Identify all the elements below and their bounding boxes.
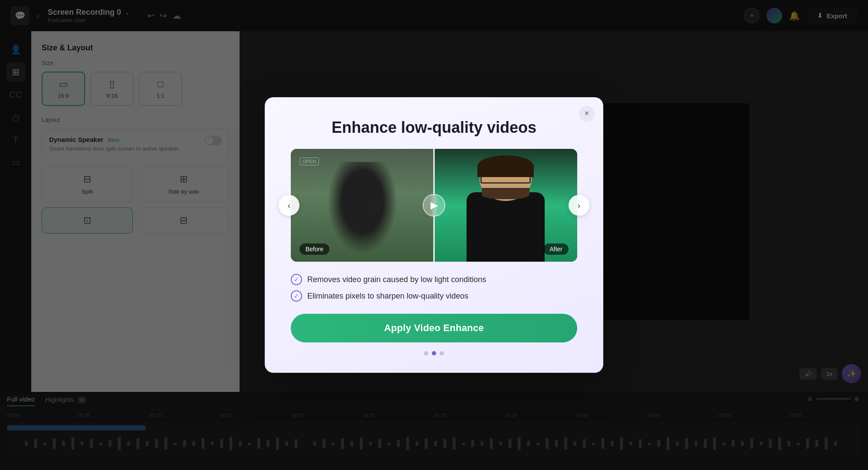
comparison-image: OPEN [291, 149, 577, 262]
feature-text-2: Eliminates pixels to sharpen low-quality… [307, 292, 468, 301]
dot-3[interactable] [440, 351, 444, 355]
dot-2[interactable] [432, 351, 436, 355]
feature-item-2: ✓ Eliminates pixels to sharpen low-quali… [291, 290, 577, 302]
modal-close-button[interactable]: × [579, 106, 595, 122]
before-label: Before [299, 243, 329, 255]
chevron-left-icon: ‹ [288, 200, 291, 210]
feature-item-1: ✓ Removes video grain caused by low ligh… [291, 274, 577, 285]
feature-text-1: Removes video grain caused by low light … [307, 275, 486, 284]
close-icon: × [585, 109, 589, 118]
comparison-play-button[interactable]: ▶ [423, 194, 445, 217]
next-slide-button[interactable]: › [569, 195, 589, 216]
check-icon-2: ✓ [291, 290, 302, 302]
comparison-container: ‹ OPEN [291, 149, 577, 262]
feature-list: ✓ Removes video grain caused by low ligh… [291, 274, 577, 302]
chevron-right-icon: › [578, 200, 581, 210]
modal-dots [291, 351, 577, 355]
check-icon-1: ✓ [291, 274, 302, 285]
prev-slide-button[interactable]: ‹ [279, 195, 299, 216]
dot-1[interactable] [424, 351, 428, 355]
modal-overlay: × Enhance low-quality videos ‹ OPEN [0, 0, 868, 470]
after-label: After [543, 243, 569, 255]
apply-video-enhance-button[interactable]: Apply Video Enhance [291, 314, 577, 342]
enhance-modal: × Enhance low-quality videos ‹ OPEN [265, 97, 603, 373]
modal-title: Enhance low-quality videos [291, 118, 577, 137]
play-icon: ▶ [431, 200, 438, 211]
